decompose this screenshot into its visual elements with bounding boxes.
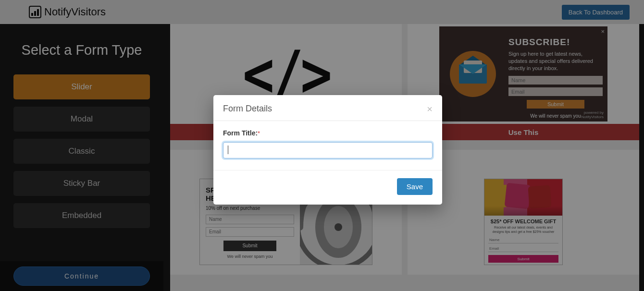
- save-button[interactable]: Save: [397, 178, 433, 195]
- modal-close-button[interactable]: ×: [427, 104, 433, 114]
- form-title-input[interactable]: [223, 142, 433, 158]
- modal-title: Form Details: [223, 104, 272, 114]
- form-details-modal: Form Details × Form Title:* Save: [213, 95, 442, 205]
- form-title-label: Form Title:: [223, 129, 258, 137]
- required-mark: *: [258, 130, 260, 137]
- text-caret: [228, 146, 228, 154]
